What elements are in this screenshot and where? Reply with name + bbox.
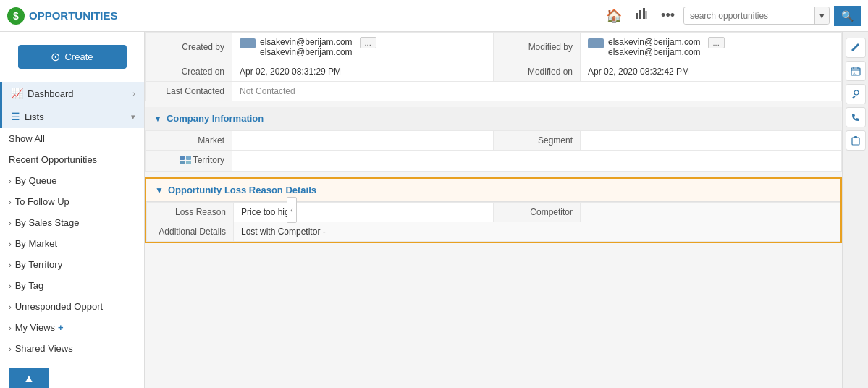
my-views-label: My Views <box>15 322 55 333</box>
search-input[interactable] <box>684 8 814 24</box>
table-row: Loss Reason Price too high Competitor <box>147 203 840 222</box>
segment-value <box>581 131 842 151</box>
svg-rect-14 <box>854 136 857 138</box>
right-icon-clipboard[interactable] <box>846 130 866 151</box>
sidebar: ⊙ Create 📈 Dashboard › ☰ Lists ▾ Show Al… <box>0 32 145 388</box>
right-icon-phone[interactable] <box>846 107 866 127</box>
created-modified-section: Created by elsakevin@berijam.com elsakev… <box>145 32 842 101</box>
svg-text:31: 31 <box>853 71 857 75</box>
sidebar-item-lists[interactable]: ☰ Lists ▾ <box>0 105 144 128</box>
app-logo-icon: $ <box>7 7 25 25</box>
chart-icon-button[interactable] <box>631 4 652 27</box>
svg-rect-1 <box>639 10 641 19</box>
sidebar-item-show-all[interactable]: Show All <box>0 128 144 149</box>
market-value <box>232 131 494 151</box>
sidebar-item-recent[interactable]: Recent Opportunities <box>0 149 144 170</box>
loss-reason-title: Opportunity Loss Reason Details <box>168 185 316 195</box>
lists-label: Lists <box>25 111 44 122</box>
by-queue-label: By Queue <box>15 175 57 186</box>
modified-by-value: elsakevin@berijam.com elsakevin@berijam.… <box>581 33 842 62</box>
to-follow-up-label: To Follow Up <box>15 196 69 207</box>
svg-rect-4 <box>180 156 185 160</box>
modified-by-field-icon <box>588 38 604 48</box>
table-row: Additional Details Lost with Competitor … <box>147 222 840 242</box>
created-modified-table: Created by elsakevin@berijam.com elsakev… <box>145 32 842 101</box>
my-views-add-icon[interactable]: + <box>58 322 64 333</box>
table-row: Territory <box>146 151 842 172</box>
modified-by-email1: elsakevin@berijam.com <box>608 37 701 47</box>
show-all-label: Show All <box>9 133 45 144</box>
to-follow-up-arrow: › <box>9 198 12 206</box>
search-button[interactable]: 🔍 <box>834 6 861 26</box>
by-territory-arrow: › <box>9 261 12 269</box>
created-by-emails: elsakevin@berijam.com elsakevin@berijam.… <box>260 37 353 57</box>
right-icon-edit[interactable] <box>846 38 866 58</box>
sidebar-item-by-sales-stage[interactable]: › By Sales Stage <box>0 212 144 233</box>
created-by-email1: elsakevin@berijam.com <box>260 37 353 47</box>
app-title-text: OPPORTUNITIES <box>29 9 118 22</box>
header-icons: 🏠 ••• ▾ 🔍 <box>602 4 861 27</box>
table-row: Created on Apr 02, 2020 08:31:29 PM Modi… <box>146 62 842 82</box>
shared-views-label: Shared Views <box>15 343 73 354</box>
dashboard-label: Dashboard <box>28 88 74 99</box>
edit-icon <box>851 43 861 53</box>
home-icon-button[interactable]: 🏠 <box>602 5 626 27</box>
created-by-edit-button[interactable]: ... <box>360 37 376 48</box>
table-row: Last Contacted Not Contacted <box>146 82 842 101</box>
company-info-header[interactable]: ▼ Company Information <box>145 107 842 130</box>
created-on-label: Created on <box>146 62 232 82</box>
my-views-arrow: › <box>9 324 12 332</box>
sidebar-item-dashboard[interactable]: 📈 Dashboard › <box>0 82 144 105</box>
by-territory-label: By Territory <box>15 259 63 270</box>
competitor-label: Competitor <box>494 203 581 222</box>
search-box: ▾ <box>683 7 830 25</box>
segment-label: Segment <box>494 131 581 151</box>
create-button[interactable]: ⊙ Create <box>18 45 127 69</box>
sidebar-item-by-market[interactable]: › By Market <box>0 233 144 254</box>
clipboard-icon <box>851 135 861 146</box>
territory-value <box>232 151 842 172</box>
created-by-label: Created by <box>146 33 232 62</box>
create-label: Create <box>64 51 93 62</box>
loss-reason-section: ▼ Opportunity Loss Reason Details Loss R… <box>145 177 842 243</box>
by-market-label: By Market <box>15 238 58 249</box>
modified-by-label: Modified by <box>494 33 581 62</box>
loss-reason-label: Loss Reason <box>147 203 234 222</box>
additional-details-label: Additional Details <box>147 222 234 242</box>
modified-by-email2: elsakevin@berijam.com <box>608 47 701 57</box>
lists-chevron: ▾ <box>131 112 135 122</box>
sidebar-item-to-follow-up[interactable]: › To Follow Up <box>0 191 144 212</box>
scroll-top-button[interactable]: ▲ <box>9 368 49 388</box>
svg-rect-3 <box>645 11 647 19</box>
tools-icon <box>851 89 861 99</box>
created-by-email2: elsakevin@berijam.com <box>260 47 353 57</box>
by-market-arrow: › <box>9 240 12 248</box>
additional-details-value: Lost with Competitor - <box>234 222 840 242</box>
sidebar-item-my-views[interactable]: › My Views + <box>0 317 144 338</box>
svg-rect-7 <box>186 161 191 164</box>
sidebar-item-by-territory[interactable]: › By Territory <box>0 254 144 275</box>
unresponded-label: Unresponded Opport <box>15 301 103 312</box>
right-icon-tools[interactable] <box>846 84 866 104</box>
sidebar-item-unresponded[interactable]: › Unresponded Opport <box>0 296 144 317</box>
recent-label: Recent Opportunities <box>9 154 97 165</box>
loss-reason-header[interactable]: ▼ Opportunity Loss Reason Details <box>146 179 840 202</box>
right-icon-calendar[interactable]: 31 <box>846 61 866 81</box>
by-tag-label: By Tag <box>15 280 44 291</box>
phone-icon <box>851 112 861 122</box>
sidebar-item-by-tag[interactable]: › By Tag <box>0 275 144 296</box>
loss-reason-table: Loss Reason Price too high Competitor Ad… <box>146 202 840 242</box>
calendar-icon: 31 <box>851 66 861 76</box>
more-options-button[interactable]: ••• <box>657 5 679 26</box>
right-sidebar: 31 <box>842 32 868 388</box>
modified-by-edit-button[interactable]: ... <box>708 37 725 48</box>
top-header: $ OPPORTUNITIES 🏠 ••• ▾ 🔍 <box>0 0 868 32</box>
last-contacted-label: Last Contacted <box>146 82 232 101</box>
search-dropdown-button[interactable]: ▾ <box>814 7 829 24</box>
created-by-field-icon <box>240 38 256 48</box>
app-title: $ OPPORTUNITIES <box>7 7 138 25</box>
loss-reason-collapse-arrow: ▼ <box>155 185 164 195</box>
sidebar-item-by-queue[interactable]: › By Queue <box>0 170 144 191</box>
collapse-sidebar-button[interactable]: ‹ <box>287 197 297 223</box>
sidebar-item-shared-views[interactable]: › Shared Views <box>0 338 144 359</box>
